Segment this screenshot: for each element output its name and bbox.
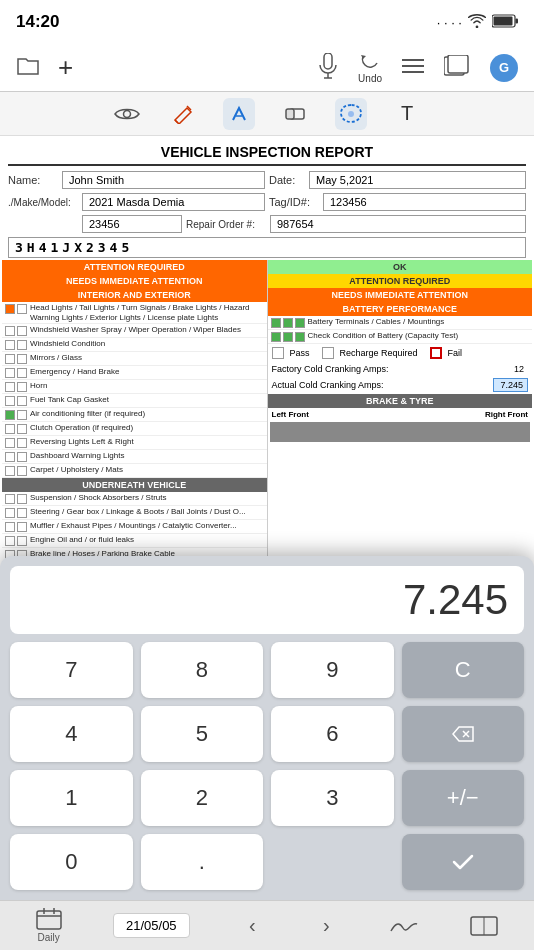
calc-9[interactable]: 9 <box>271 642 394 698</box>
cb[interactable] <box>5 410 15 420</box>
cb[interactable] <box>295 318 305 328</box>
cb[interactable] <box>5 466 15 476</box>
tag-input[interactable] <box>323 193 526 211</box>
mic-icon[interactable] <box>318 53 338 83</box>
factory-cranking-value: 12 <box>514 364 528 374</box>
calc-4[interactable]: 4 <box>10 706 133 762</box>
cb[interactable] <box>17 396 27 406</box>
cb[interactable] <box>17 410 27 420</box>
pass-checkbox[interactable] <box>272 347 284 359</box>
cb[interactable] <box>17 424 27 434</box>
calc-6[interactable]: 6 <box>271 706 394 762</box>
list-item: Clutch Operation (if required) <box>2 422 267 436</box>
cb[interactable] <box>5 438 15 448</box>
calc-0[interactable]: 0 <box>10 834 133 890</box>
cb[interactable] <box>5 536 15 546</box>
calc-8[interactable]: 8 <box>141 642 264 698</box>
pass-fail-row: Pass Recharge Required Fail <box>268 344 533 362</box>
calc-1[interactable]: 1 <box>10 770 133 826</box>
cb[interactable] <box>17 326 27 336</box>
cb[interactable] <box>17 340 27 350</box>
attention-header: ATTENTION REQUIRED <box>2 260 267 274</box>
calc-5[interactable]: 5 <box>141 706 264 762</box>
calc-3[interactable]: 3 <box>271 770 394 826</box>
cb[interactable] <box>17 354 27 364</box>
repair-input[interactable] <box>270 215 526 233</box>
repair-label: Repair Order #: <box>186 219 266 230</box>
eraser-tool[interactable] <box>279 98 311 130</box>
date-display[interactable]: 21/05/05 <box>113 913 190 938</box>
checkbox-left[interactable] <box>5 304 15 314</box>
cb[interactable] <box>295 332 305 342</box>
cb[interactable] <box>17 522 27 532</box>
calc-decimal[interactable]: . <box>141 834 264 890</box>
cb[interactable] <box>5 494 15 504</box>
battery-item-2: Check Condition of Battery (Capacity Tes… <box>268 330 533 344</box>
cb[interactable] <box>5 340 15 350</box>
eye-tool[interactable] <box>111 98 143 130</box>
cb[interactable] <box>5 424 15 434</box>
calc-clear[interactable]: C <box>402 642 525 698</box>
vin-input[interactable] <box>82 215 182 233</box>
pencil-tool[interactable] <box>167 98 199 130</box>
menu-icon[interactable] <box>402 58 424 78</box>
date-input[interactable] <box>309 171 526 189</box>
cb[interactable] <box>271 332 281 342</box>
cb[interactable] <box>271 318 281 328</box>
cb[interactable] <box>5 522 15 532</box>
pen-tool[interactable] <box>223 98 255 130</box>
cb[interactable] <box>17 466 27 476</box>
cb[interactable] <box>5 508 15 518</box>
draw-toolbar: T <box>0 92 534 136</box>
fail-checkbox[interactable] <box>430 347 442 359</box>
svg-line-13 <box>175 120 178 123</box>
document-title: VEHICLE INSPECTION REPORT <box>8 136 526 166</box>
lasso-tool[interactable] <box>335 98 367 130</box>
cb[interactable] <box>5 452 15 462</box>
brake-data-row <box>270 422 531 442</box>
list-item: Emergency / Hand Brake <box>2 366 267 380</box>
svg-rect-3 <box>324 53 332 69</box>
list-item: Windshield Condition <box>2 338 267 352</box>
cb[interactable] <box>17 494 27 504</box>
cb[interactable] <box>283 332 293 342</box>
cb[interactable] <box>5 382 15 392</box>
cb[interactable] <box>5 396 15 406</box>
calc-backspace[interactable] <box>402 706 525 762</box>
recharge-checkbox[interactable] <box>322 347 334 359</box>
folder-icon[interactable] <box>16 55 40 81</box>
cb[interactable] <box>17 368 27 378</box>
cb[interactable] <box>17 438 27 448</box>
profile-icon[interactable]: G <box>490 54 518 82</box>
calc-confirm[interactable] <box>402 834 525 890</box>
cb[interactable] <box>17 508 27 518</box>
next-arrow[interactable]: › <box>315 910 338 941</box>
cb[interactable] <box>5 368 15 378</box>
name-input[interactable] <box>62 171 265 189</box>
files-icon[interactable] <box>444 55 470 81</box>
signature-tool[interactable] <box>389 916 419 936</box>
text-tool[interactable]: T <box>391 98 423 130</box>
actual-cranking-value[interactable]: 7.245 <box>493 378 528 392</box>
calc-7[interactable]: 7 <box>10 642 133 698</box>
pass-label: Pass <box>290 348 310 358</box>
calc-plusminus[interactable]: +/− <box>402 770 525 826</box>
checkbox-right[interactable] <box>17 304 27 314</box>
under-vehicle-header: UNDERNEATH VEHICLE <box>2 478 267 492</box>
calc-2[interactable]: 2 <box>141 770 264 826</box>
cb[interactable] <box>17 452 27 462</box>
cb[interactable] <box>5 354 15 364</box>
cb[interactable] <box>17 536 27 546</box>
signal-dots: · · · · <box>437 15 462 30</box>
fail-label: Fail <box>448 348 463 358</box>
battery-item-1: Battery Terminals / Cables / Mountings <box>268 316 533 330</box>
make-input[interactable] <box>82 193 265 211</box>
undo-button[interactable]: Undo <box>358 51 382 84</box>
calendar-button[interactable]: Daily <box>36 908 62 943</box>
add-icon[interactable]: + <box>58 52 73 83</box>
cb[interactable] <box>5 326 15 336</box>
cb[interactable] <box>283 318 293 328</box>
page-view-button[interactable] <box>470 916 498 936</box>
prev-arrow[interactable]: ‹ <box>241 910 264 941</box>
cb[interactable] <box>17 382 27 392</box>
